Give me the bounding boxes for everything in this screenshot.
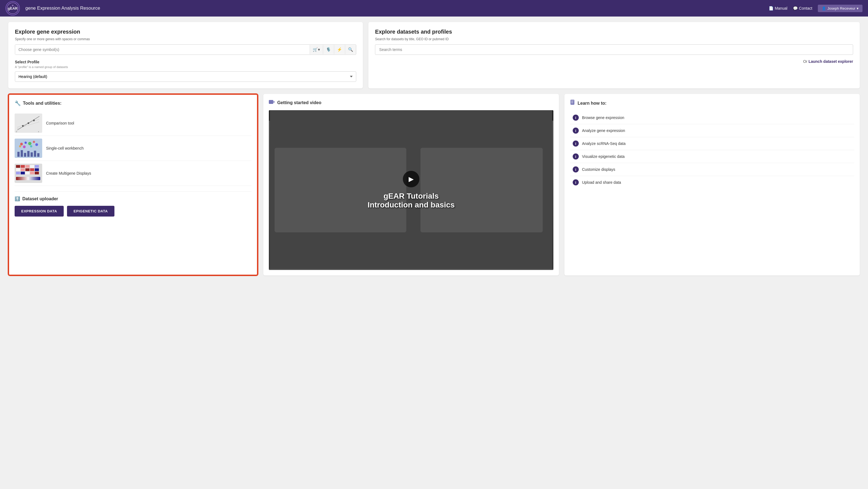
learn-icon [570,99,576,107]
cart-button[interactable]: 🛒▾ [310,45,323,54]
svg-point-21 [23,145,26,148]
video-player[interactable]: ▶ gEAR tutorials - Introduction and basi… [269,110,553,270]
multigene-tool-thumb [14,164,42,183]
explore-gene-title: Explore gene expression [15,29,356,35]
info-icon-upload: i [573,180,579,186]
video-bg [269,110,553,270]
svg-rect-52 [275,148,406,232]
multigene-tool-item[interactable]: Create Multigene Displays [14,161,251,186]
wrench-icon: 🔧 [14,100,21,106]
learn-label-epigenetic: Visualize epigenetic data [582,154,625,159]
svg-point-10 [28,122,29,124]
multigene-tool-label: Create Multigene Displays [46,171,91,175]
svg-rect-56 [571,103,574,103]
launch-link-row: Or Launch dataset explorer [375,59,853,64]
profile-section-label: Select Profile [15,60,356,64]
uploader-title: Dataset uploader [22,196,58,201]
navbar-right: 📄 Manual 💬 Contact 👤 Joseph Receveur ▾ [769,5,863,12]
svg-text:gEAR: gEAR [8,6,18,10]
learn-label-browse: Browse gene expression [582,116,624,120]
explore-gene-subtitle: Specify one or more genes with spaces or… [15,37,356,41]
user-name-label: Joseph Receveur [828,6,855,10]
profile-note: A "profile" is a named group of datasets [15,65,356,69]
svg-point-16 [25,141,27,144]
uploader-header: ⬆️ Dataset uploader [14,196,251,201]
explore-datasets-title: Explore datasets and profiles [375,29,853,35]
tools-title: Tools and utilities: [23,101,61,106]
record-button[interactable]: 🎙️ [323,45,334,54]
learn-label-scrna: Analyze scRNA-Seq data [582,141,626,146]
svg-point-18 [33,141,35,143]
svg-point-2 [12,5,13,6]
svg-rect-38 [30,168,34,171]
uploader-buttons: EXPRESSION DATA EPIGENETIC DATA [14,206,251,217]
singlecell-tool-label: Single-cell workbench [46,146,84,151]
video-main-title: gEAR TutorialsIntroduction and basics [362,192,460,209]
svg-rect-32 [25,165,30,168]
svg-point-22 [30,145,32,148]
epigenetic-data-button[interactable]: EPIGENETIC DATA [67,206,115,217]
svg-rect-37 [25,168,30,171]
launch-dataset-explorer-link[interactable]: Launch dataset explorer [808,59,853,64]
tools-card: 🔧 Tools and utilities: 0 x [8,94,258,275]
contact-icon: 💬 [793,6,798,10]
svg-rect-29 [37,153,39,157]
filter-button[interactable]: ⚡ [334,45,345,54]
learn-section-header: Learn how to: [570,99,854,107]
contact-link[interactable]: 💬 Contact [793,6,812,10]
video-section-header: Getting started video [269,99,553,106]
manual-link[interactable]: 📄 Manual [769,6,787,10]
gene-input-row: 🛒▾ 🎙️ ⚡ 🔍 [15,44,356,55]
svg-rect-45 [16,177,40,180]
gene-symbol-input[interactable] [15,45,310,55]
navbar-logo: gEAR [5,1,20,15]
profile-select-dropdown[interactable]: Hearing (default) [15,71,356,82]
svg-rect-36 [21,168,25,171]
learn-label-analyze: Analyze gene expression [582,128,625,133]
svg-rect-47 [269,100,273,101]
search-button[interactable]: 🔍 [345,45,356,54]
svg-rect-40 [16,172,20,174]
video-icon [269,99,275,106]
svg-point-19 [35,143,38,146]
bottom-row: 🔧 Tools and utilities: 0 x [8,94,860,275]
svg-point-4 [10,6,11,7]
comparison-tool-label: Comparison tool [46,121,74,125]
learn-card: Learn how to: i Browse gene expression i… [564,94,860,275]
svg-point-15 [20,143,23,145]
learn-item-customize[interactable]: i Customize displays [570,163,854,176]
svg-rect-31 [21,165,25,168]
play-button[interactable]: ▶ [403,171,420,187]
comparison-tool-thumb: 0 x [14,113,42,133]
svg-text:0: 0 [16,131,17,132]
video-title: Getting started video [277,100,321,105]
contact-label: Contact [799,6,812,10]
svg-rect-23 [18,152,20,157]
info-icon-customize: i [573,166,579,172]
learn-item-epigenetic[interactable]: i Visualize epigenetic data [570,150,854,163]
learn-item-scrna[interactable]: i Analyze scRNA-Seq data [570,137,854,150]
learn-label-upload: Upload and share data [582,180,621,185]
expression-data-button[interactable]: EXPRESSION DATA [14,206,64,217]
svg-rect-51 [421,148,543,232]
learn-item-browse[interactable]: i Browse gene expression [570,111,854,124]
user-menu-button[interactable]: 👤 Joseph Receveur ▾ [818,5,863,12]
svg-marker-49 [274,101,275,103]
svg-point-9 [22,125,24,127]
gear-logo-icon: gEAR [5,1,20,15]
search-terms-input[interactable] [375,44,853,55]
svg-text:x: x [38,131,39,132]
svg-rect-27 [31,152,33,157]
singlecell-tool-item[interactable]: Single-cell workbench [14,136,251,161]
svg-point-20 [19,145,21,148]
learn-item-analyze[interactable]: i Analyze gene expression [570,124,854,137]
svg-rect-24 [21,150,23,157]
svg-rect-48 [269,102,273,103]
learn-item-upload[interactable]: i Upload and share data [570,176,854,189]
top-row: Explore gene expression Specify one or m… [8,22,860,89]
learn-title: Learn how to: [578,101,607,106]
comparison-tool-item[interactable]: 0 x Comparison tool [14,111,251,136]
svg-rect-33 [30,165,34,168]
explore-gene-card: Explore gene expression Specify one or m… [8,22,363,89]
video-progress-bar [269,269,553,270]
